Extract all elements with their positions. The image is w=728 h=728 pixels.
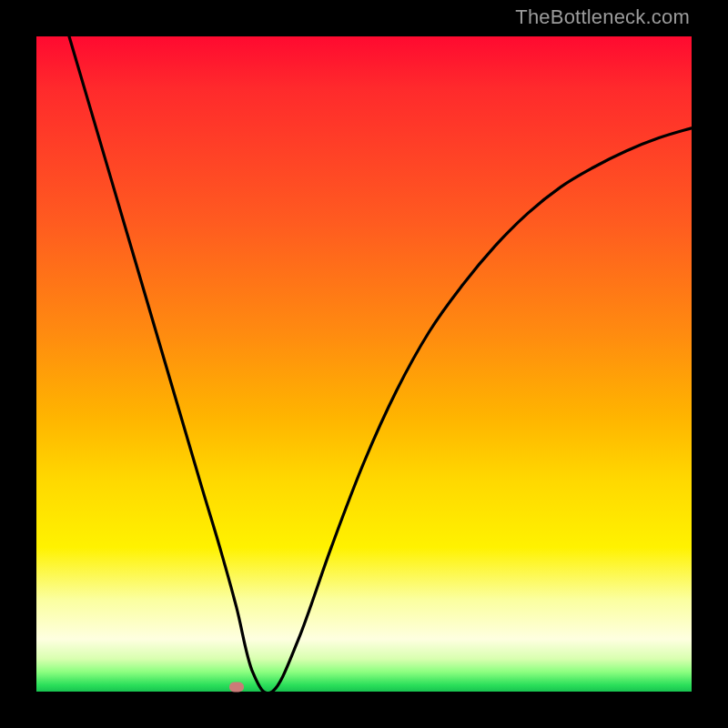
min-point-marker [229, 682, 244, 692]
curve-path [69, 36, 692, 692]
curve-svg [36, 36, 692, 692]
watermark-text: TheBottleneck.com [515, 5, 690, 29]
plot-area [36, 36, 692, 692]
chart-frame: TheBottleneck.com [0, 0, 728, 728]
